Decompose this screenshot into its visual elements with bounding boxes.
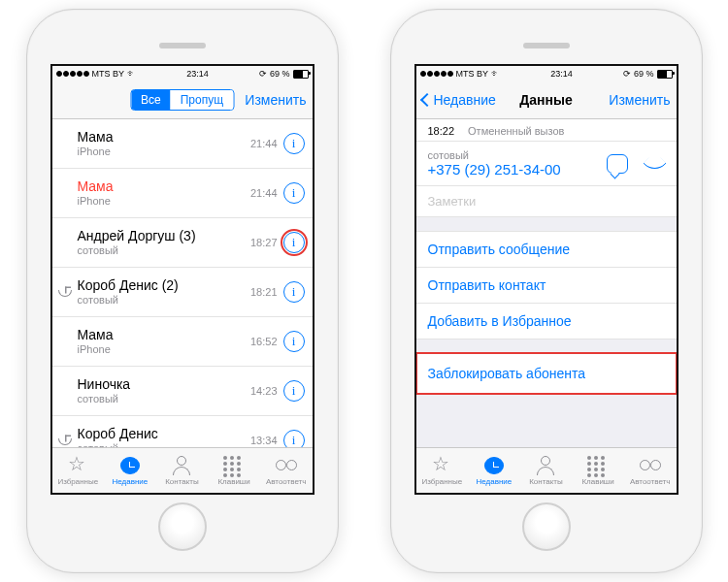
recents-row[interactable]: Короб Дениссотовый13:34i [52,416,313,447]
action-row[interactable]: Отправить сообщение [416,232,677,268]
phone-number-row[interactable]: сотовый +375 (29) 251-34-00 [416,142,677,186]
contact-name: Андрей Доргуш (3) [78,228,250,244]
signal-dots-icon [420,71,453,77]
home-button[interactable] [522,502,571,551]
speaker [523,43,570,48]
carrier: MTS BY [92,69,125,79]
home-button[interactable] [158,502,207,551]
actions-group: Отправить сообщениеОтправить контактДоба… [416,231,677,340]
call-time: 18:21 [250,286,278,298]
info-icon[interactable]: i [283,133,305,154]
screen-recents: MTS BY ᯤ 23:14 ⟳ 69 % Все Пропущ Изменит… [50,64,314,495]
call-time: 21:44 [250,138,278,149]
phone-number[interactable]: +375 (29) 251-34-00 [428,161,561,178]
status-bar: MTS BY ᯤ 23:14 ⟳ 69 % [52,66,313,81]
block-highlight: Заблокировать абонента [416,353,677,394]
call-time: 18:27 [250,237,278,248]
clock: 23:14 [186,69,209,79]
signal-dots-icon [56,71,89,77]
clock-icon [119,456,141,475]
recents-row[interactable]: Андрей Доргуш (3)сотовый18:27i [52,218,313,268]
person-icon [535,456,556,475]
carrier: MTS BY [456,69,489,79]
battery-pct: 69 % [270,69,290,79]
tab-bar: Избранные Недавние Контакты Клавиши Авто… [52,447,313,493]
orientation-lock-icon: ⟳ [623,69,631,79]
back-button[interactable]: Недавние [422,92,496,108]
contact-subtitle: сотовый [78,294,250,307]
call-status: Отмененный вызов [468,125,564,137]
call-time: 16:52 [250,336,278,347]
info-icon[interactable]: i [283,331,305,352]
wifi-icon: ᯤ [127,69,136,79]
contact-name: Мама [78,178,250,195]
segmented-all-missed[interactable]: Все Пропущ [130,89,234,111]
battery-icon [293,70,309,79]
orientation-lock-icon: ⟳ [259,69,267,79]
info-icon[interactable]: i [283,232,305,253]
phone-type: сотовый [428,149,561,161]
person-icon [171,456,192,475]
call-icon[interactable] [644,154,665,174]
battery-icon [657,70,673,79]
info-icon[interactable]: i [283,380,305,402]
recents-list[interactable]: МамаiPhone21:44iМамаiPhone21:44iАндрей Д… [52,119,313,447]
contact-subtitle: iPhone [78,146,250,158]
call-log-row: 18:22 Отмененный вызов [416,119,677,142]
voicemail-icon [640,456,661,475]
clock-icon [483,456,505,475]
tab-keypad[interactable]: Клавиши [208,448,260,493]
tab-recents[interactable]: Недавние [104,448,156,493]
recents-row[interactable]: Короб Денис (2)сотовый18:21i [52,268,313,317]
tab-recents[interactable]: Недавние [468,448,520,493]
keypad-icon [587,456,609,475]
call-time: 18:22 [428,125,455,137]
tab-contacts[interactable]: Контакты [156,448,209,493]
action-row[interactable]: Добавить в Избранное [416,304,677,339]
segment-all[interactable]: Все [131,90,171,110]
call-time: 13:34 [250,435,278,446]
contact-name: Короб Денис (2) [78,277,250,294]
contact-subtitle: сотовый [78,442,250,447]
recents-row[interactable]: МамаiPhone16:52i [52,317,313,367]
tab-keypad[interactable]: Клавиши [572,448,624,493]
speaker [159,43,206,48]
tab-favorites[interactable]: Избранные [416,448,469,493]
contact-name: Ниночка [78,376,250,393]
nav-bar: Все Пропущ Изменить [52,81,313,119]
screen-detail: MTS BY ᯤ 23:14 ⟳ 69 % Недавние Данные Из… [414,64,678,495]
contact-name: Мама [78,129,250,146]
recents-row[interactable]: МамаiPhone21:44i [52,169,313,218]
info-icon[interactable]: i [283,430,305,447]
contact-name: Мама [78,327,250,343]
star-icon [431,456,452,475]
edit-button[interactable]: Изменить [245,92,306,108]
segment-missed[interactable]: Пропущ [171,90,233,110]
chevron-left-icon [419,93,433,107]
edit-button[interactable]: Изменить [609,92,670,108]
info-icon[interactable]: i [283,281,305,303]
tab-voicemail[interactable]: Автоответч [624,448,677,493]
keypad-icon [223,456,245,475]
contact-subtitle: сотовый [78,244,250,257]
wifi-icon: ᯤ [491,69,500,79]
notes-field[interactable]: Заметки [416,186,677,217]
tab-bar: Избранные Недавние Контакты Клавиши Авто… [416,447,677,493]
contact-name: Короб Денис [78,426,250,442]
recents-row[interactable]: Ниночкасотовый14:23i [52,367,313,416]
tab-contacts[interactable]: Контакты [520,448,573,493]
message-icon[interactable] [607,154,628,174]
block-caller-button[interactable]: Заблокировать абонента [416,353,677,394]
nav-bar: Недавние Данные Изменить [416,81,677,119]
tab-voicemail[interactable]: Автоответч [260,448,313,493]
action-row[interactable]: Отправить контакт [416,268,677,304]
voicemail-icon [276,456,297,475]
info-icon[interactable]: i [283,182,305,204]
contact-detail[interactable]: 18:22 Отмененный вызов сотовый +375 (29)… [416,119,677,447]
tab-favorites[interactable]: Избранные [52,448,105,493]
call-time: 14:23 [250,385,278,397]
contact-subtitle: сотовый [78,393,250,405]
clock: 23:14 [550,69,573,79]
call-time: 21:44 [250,187,278,199]
recents-row[interactable]: МамаiPhone21:44i [52,119,313,169]
